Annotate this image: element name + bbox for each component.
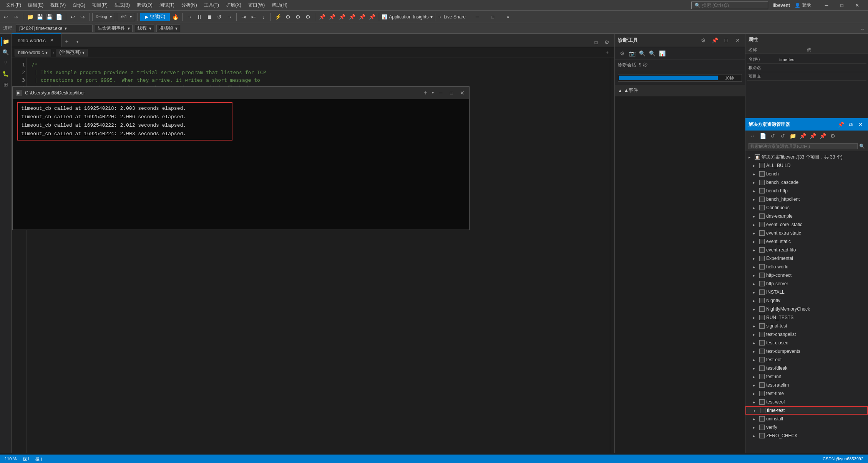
menu-analyze[interactable]: 分析(N) — [178, 1, 200, 9]
toolbar-misc1[interactable]: ⚡ — [273, 12, 282, 21]
tree-item[interactable]: ▸INSTALL — [745, 288, 868, 296]
toolbar-misc6[interactable]: 📌 — [327, 12, 337, 21]
tree-item[interactable]: ▸test-ratelim — [745, 381, 868, 389]
toolbar-dbg7[interactable]: ⇤ — [249, 12, 258, 21]
fire-button[interactable]: 🔥 — [171, 12, 180, 21]
diag-tbtn3[interactable]: 🔍 — [638, 49, 646, 58]
tree-item[interactable]: ▸bench — [745, 170, 868, 178]
toolbar-misc3[interactable]: ⚙ — [293, 12, 302, 21]
sol-float-btn[interactable]: ⧉ — [846, 120, 855, 129]
toolbar-misc8[interactable]: 📌 — [347, 12, 357, 21]
tree-item[interactable]: ▸test-init — [745, 372, 868, 381]
terminal-add-tab[interactable]: + — [421, 88, 430, 98]
login-button[interactable]: 👤 登录 — [795, 2, 811, 8]
toolbar-misc9[interactable]: 📌 — [357, 12, 367, 21]
sol-tbtn3[interactable]: ↺ — [768, 132, 777, 140]
file-dropdown[interactable]: hello-world.c — [15, 49, 51, 56]
toolbar-close[interactable]: × — [500, 11, 516, 23]
sidebar-search-icon[interactable]: 🔍 — [1, 48, 10, 57]
save-all-button[interactable]: 💾 — [45, 12, 54, 21]
terminal-maximize-btn[interactable]: □ — [448, 89, 455, 97]
status-user[interactable]: CSDN @yun6853992 — [821, 456, 865, 461]
debug-config-dropdown[interactable]: Debug — [92, 13, 115, 21]
menu-file[interactable]: 文件(F) — [3, 1, 24, 9]
toolbar-dbg6[interactable]: ⇥ — [239, 12, 248, 21]
thread-dropdown[interactable]: 线程 — [135, 25, 154, 32]
menu-view[interactable]: 视图(V) — [47, 1, 69, 9]
close-button[interactable] — [850, 0, 865, 12]
terminal-close-btn[interactable]: ✕ — [458, 89, 466, 97]
tree-item[interactable]: ▸📋解决方案'libevent'(33 个项目，共 33 个) — [745, 153, 868, 161]
terminal-dropdown-btn[interactable]: ▾ — [432, 91, 434, 95]
tree-item[interactable]: ▸uninstall — [745, 415, 868, 423]
tab-hello-world[interactable]: hello-world.c ✕ — [12, 33, 61, 47]
tree-item[interactable]: ▸test-changelist — [745, 330, 868, 339]
diag-maximize-btn[interactable]: □ — [722, 36, 730, 45]
menu-test[interactable]: 测试(T) — [156, 1, 178, 9]
toolbar-misc4[interactable]: ⚙ — [303, 12, 312, 21]
tree-item[interactable]: ▸Nightly — [745, 296, 868, 305]
sidebar-extensions-icon[interactable]: ⊞ — [1, 80, 10, 89]
tree-item[interactable]: ▸event-read-fifo — [745, 246, 868, 254]
scope-dropdown[interactable]: (全局范围) — [56, 49, 88, 56]
toolbar-dbg2[interactable]: ⏸ — [195, 12, 204, 21]
tree-item[interactable]: ▸dns-example — [745, 212, 868, 220]
tree-item[interactable]: ▸bench_cascade — [745, 178, 868, 187]
diag-tbtn2[interactable]: 📷 — [628, 49, 636, 58]
diag-pin-btn[interactable]: 📌 — [710, 36, 719, 45]
tree-item[interactable]: ▸hello-world — [745, 263, 868, 271]
redo2-button[interactable]: ↪ — [78, 12, 87, 21]
tree-item[interactable]: ▸Continuous — [745, 203, 868, 212]
undo-button[interactable]: ↩ — [2, 12, 11, 21]
minimize-button[interactable] — [819, 0, 834, 12]
diag-tbtn1[interactable]: ⚙ — [618, 49, 626, 58]
tree-item[interactable]: ▸bench http — [745, 187, 868, 195]
sol-tbtn6[interactable]: 📌 — [798, 132, 807, 140]
toolbar-misc10[interactable]: 📌 — [367, 12, 377, 21]
live-share-button[interactable]: ↔ Live Share — [438, 14, 466, 20]
diag-tbtn5[interactable]: 📊 — [658, 49, 666, 58]
tree-item[interactable]: ▸test-time — [745, 389, 868, 398]
tab-menu-button[interactable]: ▾ — [72, 36, 83, 47]
split-editor-button[interactable]: ⧉ — [591, 38, 601, 47]
run-button[interactable]: ▶ 继续(C) — [140, 13, 170, 21]
tree-item[interactable]: ▸RUN_TESTS — [745, 313, 868, 322]
process-dropdown[interactable]: [34624] time-test.exe — [16, 25, 93, 32]
diag-settings-btn[interactable]: ⚙ — [699, 36, 707, 45]
diag-close-btn[interactable]: ✕ — [734, 36, 742, 45]
tree-item[interactable]: ▸test-weof — [745, 398, 868, 406]
tree-item[interactable]: ▸Experimental — [745, 254, 868, 263]
debug-expand-btn[interactable]: ⌄ — [860, 25, 865, 32]
sidebar-explorer-icon[interactable]: 📁 — [1, 37, 10, 46]
tree-item[interactable]: ▸http-server — [745, 279, 868, 288]
sol-tbtn4[interactable]: ↺ — [778, 132, 787, 140]
tree-item[interactable]: ▸NightlyMemoryCheck — [745, 305, 868, 313]
menu-tools[interactable]: 工具(T) — [201, 1, 222, 9]
tree-item[interactable]: ▸http-connect — [745, 271, 868, 279]
events-header[interactable]: ▲ ▲事件 — [615, 85, 745, 96]
toolbar-minimize[interactable]: ─ — [470, 11, 485, 23]
global-search-box[interactable]: 🔍 — [691, 2, 768, 9]
tree-item[interactable]: ▸signal-test — [745, 322, 868, 330]
new-file-button[interactable]: 📄 — [54, 12, 63, 21]
sol-tbtn7[interactable]: 📌 — [808, 132, 817, 140]
tree-item[interactable]: ▸ZERO_CHECK — [745, 432, 868, 440]
status-zoom[interactable]: 110 % — [3, 456, 18, 461]
editor-scrollbar[interactable] — [610, 58, 614, 453]
menu-git[interactable]: Git(G) — [70, 2, 88, 9]
application-insights-button[interactable]: 📊 Application Insights — [382, 14, 432, 20]
solution-search-input[interactable] — [749, 143, 858, 149]
tab-add-button[interactable]: + — [61, 36, 72, 47]
maximize-button[interactable] — [834, 0, 850, 12]
sol-tbtn9[interactable]: ⚙ — [828, 132, 837, 140]
sol-tbtn1[interactable]: ↔ — [749, 132, 757, 140]
platform-dropdown[interactable]: x64 — [117, 13, 135, 21]
undo2-button[interactable]: ↩ — [68, 12, 78, 21]
sidebar-debug-icon[interactable]: 🐛 — [1, 69, 10, 78]
menu-project[interactable]: 项目(P) — [89, 1, 111, 9]
menu-help[interactable]: 帮助(H) — [269, 1, 290, 9]
save-button[interactable]: 💾 — [35, 12, 44, 21]
open-button[interactable]: 📁 — [25, 12, 35, 21]
menu-debug[interactable]: 调试(D) — [134, 1, 156, 9]
sol-tbtn2[interactable]: 📄 — [758, 132, 767, 140]
